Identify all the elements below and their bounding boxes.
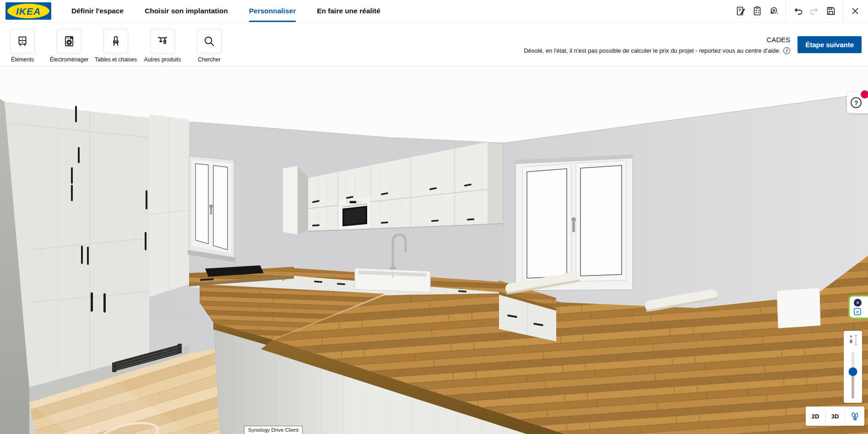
project-status: CADES Désolé, en l'état, il n'est pas po…: [524, 36, 790, 54]
top-bar: IKEA ® Définir l'espace Choisir son impl…: [0, 0, 868, 22]
view-2d-button[interactable]: 2D: [806, 407, 825, 426]
price-message-row: Désolé, en l'état, il n'est pas possible…: [524, 47, 790, 54]
category-autres-produits[interactable]: Autres produits: [149, 29, 176, 63]
redo-icon[interactable]: [806, 0, 823, 22]
cabinet-icon: [10, 29, 35, 54]
price-message: Désolé, en l'état, il n'est pas possible…: [524, 47, 781, 54]
clipboard-icon[interactable]: [749, 0, 765, 22]
ikea-logo-oval: IKEA: [7, 4, 49, 18]
category-label: Autres produits: [144, 56, 181, 63]
e-logo-icon: e: [854, 308, 861, 315]
toolbar-right: CADES Désolé, en l'état, il n'est pas po…: [524, 22, 862, 67]
browser-extension-widget[interactable]: ✕ e: [848, 295, 868, 319]
ikea-logo-text: IKEA: [16, 6, 41, 16]
tab-en-faire-realite[interactable]: En faire une réalité: [317, 0, 380, 22]
notification-badge: [861, 90, 868, 99]
tab-choisir-implantation[interactable]: Choisir son implantation: [145, 0, 228, 22]
category-tables-chaises[interactable]: Tables et chaises: [103, 29, 129, 63]
top-actions: [732, 0, 868, 22]
taskbar-tooltip: Synology Drive Client: [244, 426, 303, 434]
category-label: Chercher: [198, 56, 220, 63]
divider: [786, 0, 786, 22]
white-panel: [777, 288, 820, 328]
chair-icon: [103, 29, 128, 54]
registered-mark: ®: [48, 2, 50, 6]
next-step-button[interactable]: Étape suivante: [797, 36, 862, 53]
save-icon[interactable]: [823, 0, 839, 22]
footsteps-icon[interactable]: [845, 407, 864, 426]
divider: [843, 0, 843, 22]
tab-personnaliser[interactable]: Personnaliser: [249, 0, 296, 22]
category-toolbar: Éléments Électroménager Tables et chaise…: [0, 22, 868, 66]
height-slider-track[interactable]: [852, 352, 854, 399]
built-in-oven[interactable]: [338, 197, 371, 230]
appliance-icon: [57, 29, 81, 54]
measuring-tape-icon[interactable]: [765, 0, 782, 22]
window-left[interactable]: [188, 156, 236, 262]
ikea-kitchen-planner: IKEA ® Définir l'espace Choisir son impl…: [0, 0, 868, 434]
ikea-logo[interactable]: IKEA ®: [5, 2, 51, 20]
view-3d-button[interactable]: 3D: [825, 407, 845, 426]
main-nav: Définir l'espace Choisir son implantatio…: [71, 0, 380, 22]
search-icon: [197, 29, 222, 54]
close-icon[interactable]: [847, 0, 863, 22]
category-electromenager[interactable]: Électroménager: [56, 29, 82, 63]
edit-note-icon[interactable]: [732, 0, 749, 22]
undo-icon[interactable]: [790, 0, 806, 22]
kitchen-3d-viewport[interactable]: [0, 66, 868, 434]
category-label: Électroménager: [50, 56, 89, 63]
category-chercher[interactable]: Chercher: [196, 29, 222, 63]
category-buttons: Éléments Électroménager Tables et chaise…: [9, 29, 222, 63]
project-code: CADES: [524, 36, 790, 44]
category-elements[interactable]: Éléments: [9, 29, 36, 63]
info-icon[interactable]: i: [783, 47, 790, 54]
window-right[interactable]: [515, 155, 633, 291]
help-button[interactable]: ?: [847, 92, 868, 113]
view-mode-toggle: 2D 3D: [806, 407, 864, 426]
tab-definir-espace[interactable]: Définir l'espace: [71, 0, 124, 22]
camera-height-panel: [844, 331, 862, 403]
help-question-icon: ?: [851, 97, 862, 108]
farmhouse-sink[interactable]: [355, 268, 430, 292]
height-slider-thumb[interactable]: [849, 367, 857, 376]
dark-sparkle-icon: ✕: [854, 299, 862, 307]
category-label: Tables et chaises: [95, 56, 137, 63]
category-label: Éléments: [11, 56, 34, 63]
person-height-icon: [844, 334, 862, 346]
utensils-icon: [150, 29, 175, 54]
